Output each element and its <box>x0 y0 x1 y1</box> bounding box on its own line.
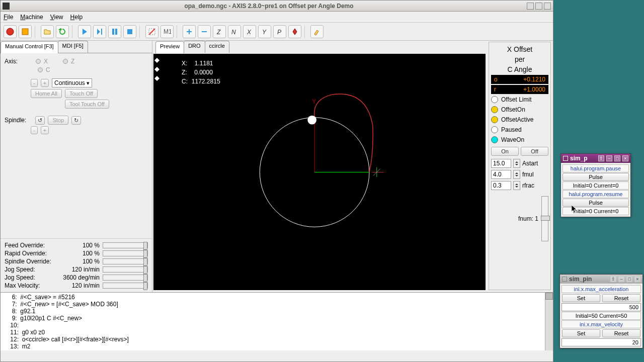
rfrac-input[interactable]: 0.3 <box>491 181 511 190</box>
maximize-icon[interactable]: □ <box>614 155 620 161</box>
vel-reset-button[interactable]: Reset <box>602 329 640 337</box>
close-button[interactable] <box>544 3 551 10</box>
rfrac-stepper[interactable] <box>513 181 520 190</box>
minimize-icon[interactable]: – <box>618 276 624 282</box>
fnum-slider[interactable] <box>541 196 548 241</box>
led-offset-limit <box>491 96 498 103</box>
jog-speed-angular-slider[interactable] <box>103 275 148 281</box>
off-button[interactable]: Off <box>521 147 548 156</box>
step-button[interactable] <box>93 25 106 38</box>
tab-manual-control[interactable]: Manual Control [F3] <box>1 41 58 53</box>
pin-icon[interactable]: ⇧ <box>598 155 604 161</box>
spindle-ccw-button[interactable]: ↺ <box>35 116 45 125</box>
view-p-button[interactable]: P <box>273 25 286 38</box>
max-velocity-row: Max Velocity:120 in/min <box>5 282 148 289</box>
block-skip-button[interactable] <box>145 25 158 38</box>
clear-plot-button[interactable] <box>310 25 324 38</box>
stop-button[interactable] <box>123 25 136 38</box>
pause-status: Initial=0 Current=0 <box>562 182 629 190</box>
tool-touch-off-button[interactable]: Tool Touch Off <box>65 100 109 109</box>
svg-text:P: P <box>277 29 281 36</box>
spindle-stop-button[interactable]: Stop <box>48 116 68 125</box>
spindle-cw-button[interactable]: ↻ <box>71 116 81 125</box>
jog-mode-select[interactable]: Continuous ▾ <box>52 78 92 87</box>
zoom-out-button[interactable] <box>198 25 211 38</box>
spindle-plus-button[interactable]: + <box>41 126 49 134</box>
app-icon <box>3 3 10 10</box>
accel-reset-button[interactable]: Reset <box>602 294 640 302</box>
svg-rect-1 <box>22 29 28 35</box>
minimize-icon[interactable]: – <box>606 155 612 161</box>
close-icon[interactable]: × <box>634 276 640 282</box>
svg-point-0 <box>7 28 14 35</box>
accel-set-button[interactable]: Set <box>562 294 600 302</box>
tab-preview[interactable]: Preview <box>155 41 184 53</box>
jog-speed-linear-slider[interactable] <box>103 266 148 273</box>
fmul-input[interactable]: 4.0 <box>491 170 511 179</box>
pause-pulse-button[interactable]: Pulse <box>562 173 629 181</box>
power-button[interactable] <box>19 25 32 38</box>
jog-minus-button[interactable]: - <box>31 79 38 87</box>
offset-title-2: per <box>491 54 548 64</box>
svg-rect-4 <box>127 29 132 34</box>
sim-pin-2-titlebar[interactable]: sim_pin ⇧ – □ × <box>560 275 642 284</box>
axis-main-window: opa_demo.ngc - AXIS 2.8.0~pre1 on Offset… <box>0 0 553 362</box>
axis-c-radio[interactable] <box>38 67 43 72</box>
axis-z-radio[interactable] <box>63 59 68 64</box>
max-velocity-slider[interactable] <box>103 283 148 289</box>
menu-file[interactable]: File <box>4 14 13 21</box>
rapid-override-slider[interactable] <box>103 250 148 256</box>
resume-pulse-button[interactable]: Pulse <box>562 199 629 207</box>
minimize-button[interactable] <box>527 3 534 10</box>
spindle-override-slider[interactable] <box>103 258 148 264</box>
window-title: opa_demo.ngc - AXIS 2.8.0~pre1 on Offset… <box>13 3 525 10</box>
astart-input[interactable]: 15.0 <box>491 159 511 168</box>
maximize-button[interactable] <box>535 3 542 10</box>
menu-view[interactable]: View <box>50 14 63 21</box>
reload-button[interactable] <box>56 25 69 38</box>
feed-override-slider[interactable] <box>103 242 148 248</box>
toolbar: M1 Z N X Y P <box>1 23 553 41</box>
open-file-button[interactable] <box>41 25 54 38</box>
axis-x-radio[interactable] <box>36 59 41 64</box>
offset-o-readout: o+0.1210 <box>491 75 548 84</box>
resume-pin-label: halui.program.resume <box>562 190 629 198</box>
gcode-scrollbar[interactable] <box>545 293 553 350</box>
vel-set-button[interactable]: Set <box>562 329 600 337</box>
close-icon[interactable]: × <box>622 155 628 161</box>
estop-button[interactable] <box>4 25 17 38</box>
pin-icon[interactable]: ⇧ <box>610 276 616 282</box>
view-x-button[interactable]: X <box>243 25 256 38</box>
zoom-in-button[interactable] <box>183 25 196 38</box>
touch-off-button[interactable]: Touch Off <box>65 89 98 98</box>
run-button[interactable] <box>78 25 91 38</box>
tab-dro[interactable]: DRO <box>184 41 205 53</box>
sim-pin-1-titlebar[interactable]: sim_p ⇧ – □ × <box>561 154 630 163</box>
menu-machine[interactable]: Machine <box>20 14 43 21</box>
view-n-button[interactable]: N <box>228 25 241 38</box>
accel-value-input[interactable]: 500 <box>561 303 641 311</box>
view-y-button[interactable]: Y <box>258 25 271 38</box>
spindle-minus-button[interactable]: - <box>31 126 38 134</box>
center-panel: Preview DRO ccircle X: 1.1181 Z: 0.0000 … <box>152 41 489 292</box>
home-all-button[interactable]: Home All <box>31 89 62 98</box>
gcode-listing[interactable]: 6: #<C_save> = #5216 7: #<C_new> = [#<C_… <box>1 292 553 350</box>
pause-button[interactable] <box>108 25 121 38</box>
astart-stepper[interactable] <box>513 159 520 168</box>
on-button[interactable]: On <box>491 147 519 156</box>
view-z-button[interactable]: Z <box>213 25 226 38</box>
pause-pin-label: halui.program.pause <box>562 164 629 172</box>
spindle-label: Spindle: <box>5 117 26 124</box>
jog-plus-button[interactable]: + <box>41 79 49 87</box>
tab-mdi[interactable]: MDI [F5] <box>58 41 88 53</box>
optional-stop-button[interactable]: M1 <box>160 25 174 38</box>
fmul-stepper[interactable] <box>513 170 520 179</box>
maximize-icon[interactable]: □ <box>626 276 632 282</box>
fnum-value: 1 <box>535 215 538 222</box>
view-rotate-button[interactable] <box>288 25 301 38</box>
vel-value-input[interactable]: 20 <box>561 338 641 346</box>
menu-help[interactable]: Help <box>70 14 83 21</box>
preview-canvas[interactable]: X: 1.1181 Z: 0.0000 C: 1172.2815 Y <box>153 54 486 290</box>
overrides-panel: Feed Override:100 % Rapid Override:100 %… <box>1 238 152 292</box>
tab-ccircle[interactable]: ccircle <box>205 41 229 53</box>
